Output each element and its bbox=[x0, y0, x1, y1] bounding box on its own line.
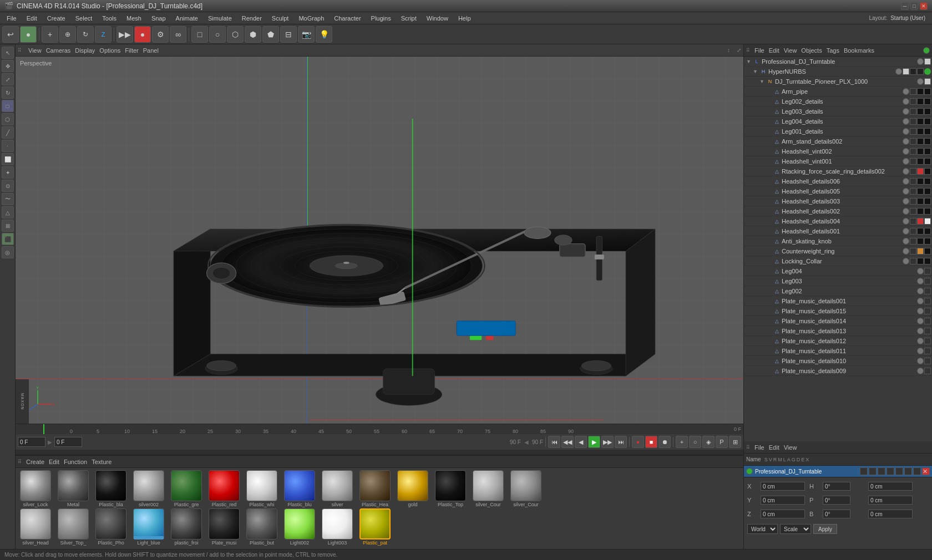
vis-lc[interactable] bbox=[903, 258, 909, 264]
sel-ctrl-1[interactable] bbox=[860, 467, 868, 475]
render-leg002[interactable] bbox=[910, 98, 916, 105]
menu-help[interactable]: Help bbox=[454, 14, 475, 23]
obj-hypernurbs[interactable]: ▼ H HyperNURBS bbox=[744, 67, 932, 77]
tag-hs001d[interactable] bbox=[917, 228, 924, 235]
tag-arm-stand[interactable] bbox=[917, 138, 924, 145]
vis-plate013[interactable] bbox=[917, 328, 924, 334]
play-forward-button[interactable]: ▶▶ bbox=[601, 436, 614, 448]
obj-dj-turntable[interactable]: ▼ N DJ_Turntable_Pioneer_PLX_1000 bbox=[744, 77, 932, 86]
vis-hs001d[interactable] bbox=[903, 228, 909, 235]
vp-expand[interactable]: ↕ bbox=[727, 47, 730, 53]
light-tool[interactable]: 💡 bbox=[316, 26, 332, 43]
render-leg001[interactable] bbox=[910, 128, 916, 135]
tool-spline[interactable]: 〜 bbox=[2, 193, 14, 205]
render-hs001[interactable] bbox=[910, 158, 916, 165]
sy-input[interactable] bbox=[868, 496, 913, 505]
vis-plate014[interactable] bbox=[917, 318, 924, 324]
render-lc[interactable] bbox=[910, 258, 916, 264]
transform-mode-dropdown[interactable]: Scale Move Rotate bbox=[780, 524, 811, 534]
render-leg003[interactable] bbox=[910, 108, 916, 115]
obj-plate010[interactable]: ▶ △ Plate_music_details010 bbox=[744, 356, 932, 366]
menu-script[interactable]: Script bbox=[397, 14, 421, 23]
menu-tools[interactable]: Tools bbox=[98, 14, 121, 23]
obj-locking-collar[interactable]: ▶ △ Locking_Collar bbox=[744, 256, 932, 266]
mat-plastic-head[interactable]: Plastic_Hea bbox=[357, 470, 393, 507]
vp-menu-options[interactable]: Options bbox=[99, 47, 120, 54]
boole-tool[interactable]: ⊟ bbox=[280, 26, 297, 43]
menu-select[interactable]: Select bbox=[71, 14, 97, 23]
tag2-hs005[interactable] bbox=[924, 188, 931, 195]
mat-silver[interactable]: silver bbox=[320, 470, 355, 507]
obj-plate013[interactable]: ▶ △ Plate_music_details013 bbox=[744, 326, 932, 336]
keyframe-add-button[interactable]: + bbox=[676, 436, 688, 448]
tool-edge[interactable]: ╱ bbox=[2, 126, 14, 139]
p-rot-input[interactable] bbox=[823, 496, 850, 505]
sel-ctrl-x[interactable]: ✕ bbox=[922, 467, 930, 475]
render-region[interactable]: ▶▶ bbox=[116, 26, 133, 43]
render-hs002[interactable] bbox=[910, 148, 916, 155]
attr-menu-file[interactable]: File bbox=[754, 444, 764, 451]
vis-rt[interactable] bbox=[903, 168, 909, 175]
obj-hs001d[interactable]: ▶ △ Headshell_details001 bbox=[744, 226, 932, 236]
vp-fullscreen[interactable]: ⤢ bbox=[737, 47, 741, 53]
obj-vis-dj[interactable] bbox=[917, 78, 924, 85]
vp-menu-filter[interactable]: Filter bbox=[125, 47, 138, 54]
mat-plastic-pat[interactable]: Plastic_pat bbox=[357, 508, 393, 546]
render-leg004[interactable] bbox=[910, 118, 916, 125]
selected-obj-row[interactable]: Professional_DJ_Turntable ✕ bbox=[744, 466, 932, 477]
close-button[interactable]: ✕ bbox=[920, 2, 928, 10]
tag-hs001[interactable] bbox=[917, 158, 924, 165]
obj-plate011[interactable]: ▶ △ Plate_music_details011 bbox=[744, 346, 932, 356]
tool-scale[interactable]: ⤢ bbox=[2, 73, 14, 85]
vis-hs005[interactable] bbox=[903, 188, 909, 195]
render-hs006[interactable] bbox=[910, 178, 916, 185]
vis-hs003[interactable] bbox=[903, 198, 909, 205]
obj-arm-stand[interactable]: ▶ △ Arm_stand_details002 bbox=[744, 136, 932, 146]
tag-hs002[interactable] bbox=[917, 148, 924, 155]
sphere-tool[interactable]: ○ bbox=[209, 26, 226, 43]
sel-ctrl-5[interactable] bbox=[895, 467, 903, 475]
render-anti[interactable] bbox=[910, 238, 916, 245]
menu-plugins[interactable]: Plugins bbox=[367, 14, 396, 23]
menu-sculpt[interactable]: Sculpt bbox=[267, 14, 293, 23]
mat-silver002[interactable]: silver002 bbox=[131, 470, 166, 507]
obj-arm-pipe[interactable]: ▶ △ Arm_pipe bbox=[744, 86, 932, 96]
mat-light-blue[interactable]: Light_blue bbox=[131, 508, 166, 546]
obj-leg004b[interactable]: ▶ △ Leg004 bbox=[744, 266, 932, 276]
tag2-hs006[interactable] bbox=[924, 178, 931, 185]
tag-lc[interactable] bbox=[917, 258, 924, 264]
mode-scale[interactable]: Z bbox=[95, 26, 112, 43]
tag2-leg004[interactable] bbox=[924, 118, 931, 125]
mat-plastic-green[interactable]: Plastic_gre bbox=[169, 470, 204, 507]
vis-hs002[interactable] bbox=[903, 148, 909, 155]
menu-animate[interactable]: Animate bbox=[171, 14, 202, 23]
y-pos-input[interactable] bbox=[761, 496, 805, 505]
stop-button[interactable]: ■ bbox=[645, 436, 657, 448]
render-plate010[interactable] bbox=[924, 358, 931, 364]
tag2-leg002[interactable] bbox=[924, 98, 931, 105]
menu-create[interactable]: Create bbox=[43, 14, 70, 23]
interactive-render[interactable]: ∞ bbox=[170, 26, 186, 43]
render-hs004[interactable] bbox=[910, 218, 916, 225]
render-hs003[interactable] bbox=[910, 198, 916, 205]
render-settings[interactable]: ⚙ bbox=[152, 26, 169, 43]
obj-rtacking[interactable]: ▶ △ Rtacking_force_scale_ring_details002 bbox=[744, 166, 932, 176]
mat-silver-top[interactable]: Silver_Top_ bbox=[55, 508, 91, 546]
camera-tool[interactable]: 📷 bbox=[298, 26, 315, 43]
render-cw[interactable] bbox=[910, 248, 916, 254]
mat-plastic-red[interactable]: Plastic_red bbox=[206, 470, 242, 507]
render-plate014[interactable] bbox=[924, 318, 931, 324]
obj-menu-bookmarks[interactable]: Bookmarks bbox=[844, 47, 874, 54]
b-rot-input[interactable] bbox=[823, 510, 850, 518]
obj-tag-hyper[interactable] bbox=[910, 68, 916, 75]
tag-leg003[interactable] bbox=[917, 108, 924, 115]
obj-hs002d[interactable]: ▶ △ Headshell_details002 bbox=[744, 206, 932, 216]
tag-leg002[interactable] bbox=[917, 98, 924, 105]
sx-input[interactable] bbox=[868, 482, 913, 491]
tool-paint[interactable]: ◎ bbox=[2, 246, 14, 258]
mat-menu-function[interactable]: Function bbox=[64, 459, 87, 465]
mode-move[interactable]: ⊕ bbox=[59, 26, 76, 43]
vis-plate011[interactable] bbox=[917, 348, 924, 354]
record-button[interactable]: ● bbox=[632, 436, 644, 448]
render-hs002d[interactable] bbox=[910, 208, 916, 215]
